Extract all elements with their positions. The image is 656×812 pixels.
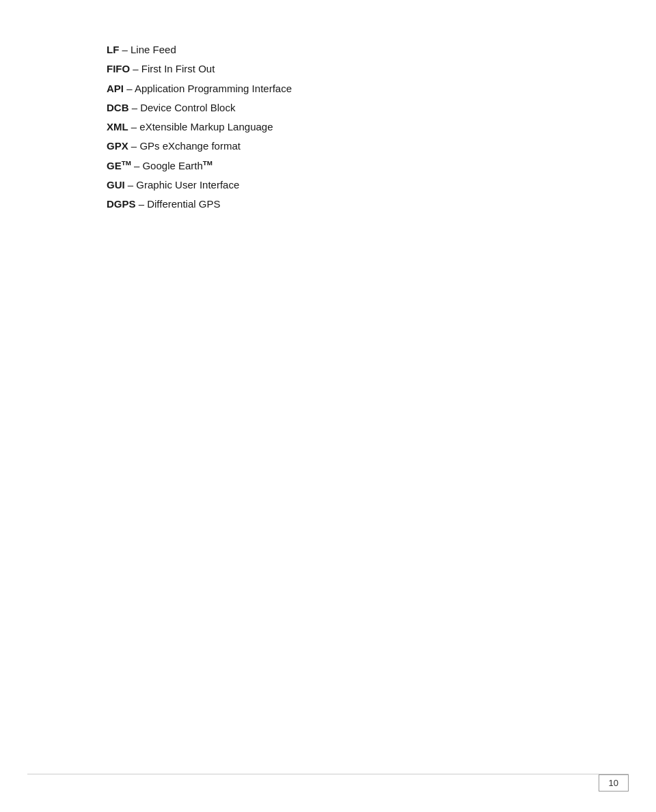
footer-divider (27, 774, 629, 774)
abbr-dash: – (136, 198, 148, 210)
abbr-dash: – (128, 140, 140, 152)
list-item: GUI – Graphic User Interface (107, 176, 588, 194)
abbr-definition: Differential GPS (147, 198, 220, 210)
superscript-tm-def: TM (203, 159, 213, 167)
abbr-dash: – (125, 179, 137, 191)
abbr-dash: – (119, 44, 131, 55)
list-item: GPX – GPs eXchange format (107, 137, 588, 155)
abbr-definition: eXtensible Markup Language (139, 121, 273, 132)
list-item: DCB – Device Control Block (107, 99, 588, 117)
page-number: 10 (599, 774, 629, 792)
abbr-dash: – (131, 160, 143, 171)
abbr-term: FIFO (107, 63, 130, 74)
abbr-definition: First In First Out (141, 63, 215, 74)
abbr-term: DCB (107, 102, 129, 113)
abbr-term: GETM (107, 160, 131, 171)
list-item: GETM – Google EarthTM (107, 157, 588, 175)
list-item: XML – eXtensible Markup Language (107, 118, 588, 136)
abbr-term: XML (107, 121, 128, 132)
abbr-term: LF (107, 44, 119, 55)
abbr-dash: – (130, 63, 141, 74)
abbr-definition: Device Control Block (140, 102, 235, 113)
abbr-definition: Google EarthTM (142, 160, 212, 171)
abbr-dash: – (129, 102, 141, 113)
page: LF – Line Feed FIFO – First In First Out… (0, 0, 656, 812)
superscript-tm: TM (122, 159, 131, 167)
list-item: API – Application Programming Interface (107, 80, 588, 98)
list-item: LF – Line Feed (107, 41, 588, 59)
abbr-definition: GPs eXchange format (139, 140, 241, 152)
abbr-term: GPX (107, 140, 128, 152)
abbr-dash: – (124, 83, 135, 94)
content-area: LF – Line Feed FIFO – First In First Out… (107, 41, 588, 213)
abbreviation-list: LF – Line Feed FIFO – First In First Out… (107, 41, 588, 213)
list-item: DGPS – Differential GPS (107, 195, 588, 213)
page-footer: 10 (599, 774, 629, 792)
abbr-term: API (107, 83, 124, 94)
abbr-definition: Application Programming Interface (135, 83, 292, 94)
list-item: FIFO – First In First Out (107, 60, 588, 78)
abbr-term: GUI (107, 179, 125, 191)
abbr-definition: Graphic User Interface (136, 179, 239, 191)
abbr-term: DGPS (107, 198, 136, 210)
abbr-dash: – (128, 121, 140, 132)
abbr-definition: Line Feed (131, 44, 176, 55)
